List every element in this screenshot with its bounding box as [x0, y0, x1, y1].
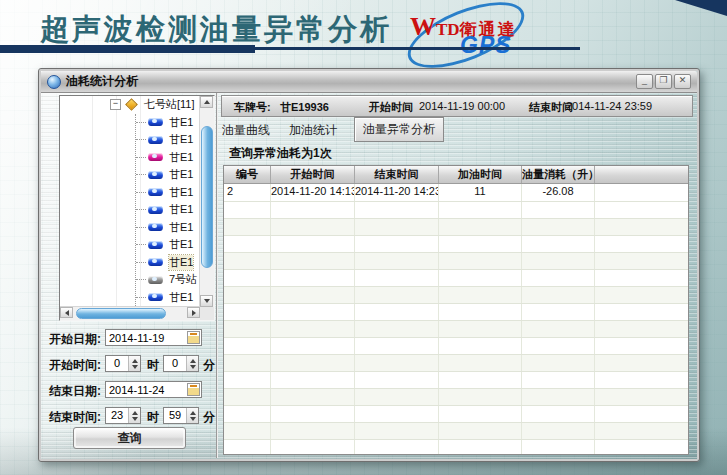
- column-header[interactable]: 开始时间: [271, 166, 355, 183]
- end-hour-value[interactable]: 23: [106, 408, 128, 423]
- column-header[interactable]: 加油时间: [439, 166, 522, 183]
- horizontal-scroll-thumb[interactable]: [76, 308, 166, 319]
- table-cell: [522, 372, 595, 388]
- tree-item[interactable]: 甘E1: [60, 201, 214, 219]
- table-cell: [224, 270, 271, 286]
- tree-connector-icon: [136, 244, 146, 245]
- table-row: [224, 219, 688, 236]
- scrollbar-corner: [200, 307, 214, 320]
- table-cell: [522, 304, 595, 320]
- restore-button[interactable]: ❐: [655, 74, 672, 89]
- scroll-left-arrow[interactable]: [60, 307, 73, 318]
- tree-connector-icon: [136, 279, 146, 280]
- down-triangle-icon: [190, 417, 196, 421]
- scroll-up-arrow[interactable]: [200, 96, 213, 108]
- table-cell: [271, 202, 355, 218]
- collapse-expander-icon[interactable]: −: [110, 99, 121, 110]
- tree-item[interactable]: 甘E1: [60, 219, 214, 237]
- table-cell: 2: [224, 184, 271, 201]
- table-cell: [439, 440, 522, 455]
- start-minute-value[interactable]: 0: [164, 356, 186, 371]
- tree-connector-icon: [136, 157, 146, 158]
- query-button[interactable]: 查询: [73, 427, 186, 449]
- stepper-arrows[interactable]: [128, 356, 140, 371]
- tree-item-label: 甘E1: [169, 167, 193, 182]
- tree-item-label: 7号站: [169, 272, 197, 287]
- table-row[interactable]: 22014-11-20 14:13...2014-11-20 14:23...1…: [224, 184, 688, 202]
- column-header[interactable]: 结束时间: [355, 166, 439, 183]
- vehicle-icon: [148, 293, 163, 301]
- logo-td: TD: [436, 20, 460, 39]
- tree-vertical-scrollbar[interactable]: [199, 96, 214, 307]
- tree-root-node[interactable]: − 七号站[11]: [60, 96, 214, 114]
- start-time-info-label: 开始时间: [369, 100, 413, 115]
- table-cell: [355, 355, 439, 371]
- table-cell: [595, 406, 688, 422]
- vertical-scroll-thumb[interactable]: [201, 126, 213, 268]
- tree-horizontal-scrollbar[interactable]: [60, 306, 200, 320]
- tab-3[interactable]: 油量异常分析: [354, 117, 444, 142]
- vehicle-tree[interactable]: − 七号站[11] 甘E1甘E1甘E1甘E1甘E1甘E1甘E1甘E1甘E17号站…: [59, 95, 215, 321]
- tab-bar: 油量曲线加油统计油量异常分析: [220, 121, 444, 142]
- vehicle-icon: [148, 188, 163, 196]
- start-minute-stepper[interactable]: 0: [163, 355, 199, 372]
- stepper-arrows[interactable]: [128, 408, 140, 423]
- end-minute-stepper[interactable]: 59: [163, 407, 199, 424]
- stepper-arrows[interactable]: [186, 356, 198, 371]
- column-header-filler: [595, 166, 688, 183]
- start-hour-stepper[interactable]: 0: [105, 355, 141, 372]
- table-header-row: 编号开始时间结束时间加油时间油量消耗（升）: [224, 166, 688, 184]
- tab-2[interactable]: 加油统计: [287, 119, 339, 142]
- tab-1[interactable]: 油量曲线: [220, 119, 272, 142]
- end-minute-value[interactable]: 59: [164, 408, 186, 423]
- up-triangle-icon: [190, 411, 196, 415]
- table-cell: [355, 338, 439, 354]
- logo-w: W: [410, 12, 436, 41]
- table-cell: [595, 440, 688, 455]
- right-triangle-icon: [192, 310, 196, 316]
- table-cell: [224, 355, 271, 371]
- tree-connector-icon: [136, 262, 146, 263]
- table-row: [224, 423, 688, 440]
- table-cell: [271, 270, 355, 286]
- table-row: [224, 236, 688, 253]
- tree-item[interactable]: 甘E1: [60, 289, 214, 307]
- stepper-arrows[interactable]: [186, 408, 198, 423]
- tree-item-label: 甘E1: [169, 185, 193, 200]
- tree-item[interactable]: 甘E1: [60, 149, 214, 167]
- table-row: [224, 338, 688, 355]
- tree-item[interactable]: 甘E1: [60, 131, 214, 149]
- table-row: [224, 440, 688, 455]
- table-cell: [355, 202, 439, 218]
- tree-item[interactable]: 甘E1: [60, 184, 214, 202]
- tree-item[interactable]: 甘E1: [60, 166, 214, 184]
- end-hour-stepper[interactable]: 23: [105, 407, 141, 424]
- app-icon: [47, 75, 61, 89]
- window-titlebar[interactable]: 油耗统计分析 _ ❐ ✕: [41, 71, 697, 93]
- tree-item[interactable]: 7号站: [60, 271, 214, 289]
- table-cell: [595, 423, 688, 439]
- scroll-right-arrow[interactable]: [187, 307, 200, 318]
- tree-item[interactable]: 甘E1: [60, 114, 214, 132]
- column-header[interactable]: 油量消耗（升）: [522, 166, 595, 183]
- table-cell: [595, 236, 688, 252]
- tree-item[interactable]: 甘E1: [60, 236, 214, 254]
- tree-item[interactable]: 甘E1: [60, 254, 214, 272]
- close-button[interactable]: ✕: [674, 74, 691, 89]
- table-cell: [439, 389, 522, 405]
- tree-item-list: 甘E1甘E1甘E1甘E1甘E1甘E1甘E1甘E1甘E17号站甘E1: [60, 114, 214, 307]
- vehicle-icon: [148, 118, 163, 126]
- start-date-calendar-icon[interactable]: [187, 331, 200, 344]
- column-header[interactable]: 编号: [224, 166, 271, 183]
- table-cell: [439, 287, 522, 303]
- table-cell: [522, 270, 595, 286]
- start-hour-value[interactable]: 0: [106, 356, 128, 371]
- table-cell: [271, 406, 355, 422]
- scroll-down-arrow[interactable]: [200, 295, 213, 307]
- end-date-calendar-icon[interactable]: [187, 383, 200, 396]
- table-cell: [595, 287, 688, 303]
- tree-connector-icon: [136, 139, 146, 140]
- minimize-button[interactable]: _: [636, 74, 653, 89]
- tree-connector-icon: [136, 297, 146, 298]
- table-cell: [595, 321, 688, 337]
